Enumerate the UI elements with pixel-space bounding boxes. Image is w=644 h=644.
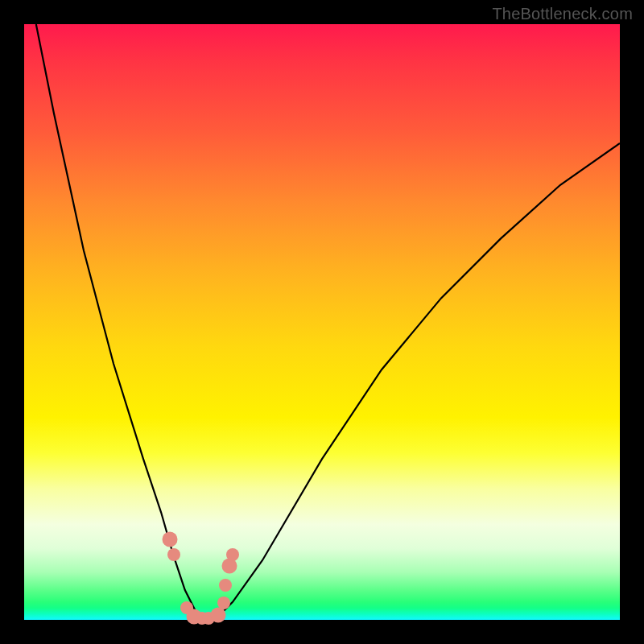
data-marker (167, 548, 180, 561)
data-marker (210, 608, 225, 623)
data-marker (222, 559, 237, 574)
data-marker (163, 532, 178, 547)
chart-plot-area (24, 24, 620, 620)
bottleneck-curve (24, 24, 620, 620)
data-marker (219, 579, 232, 592)
watermark-text: TheBottleneck.com (492, 5, 633, 23)
data-marker (226, 548, 239, 561)
data-marker (217, 597, 230, 609)
